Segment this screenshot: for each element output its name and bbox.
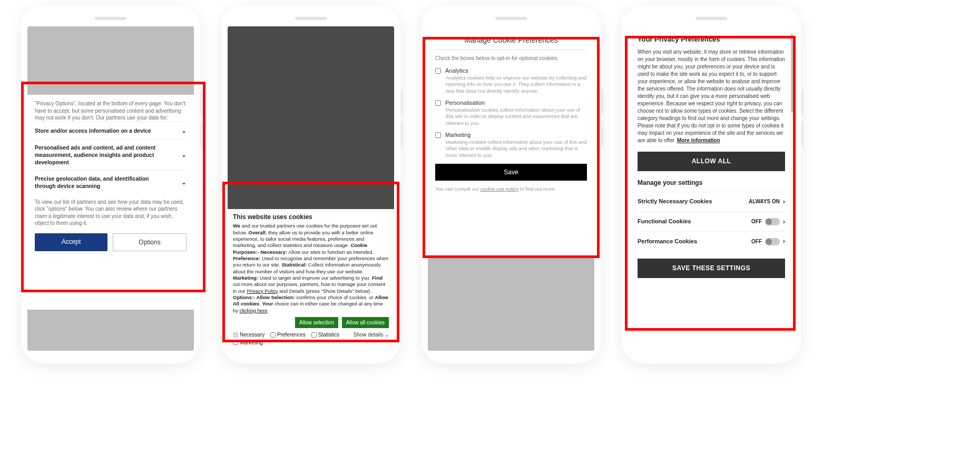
setting-state: OFF [751,238,762,245]
purpose-label: Precise geolocation data, and identifica… [35,175,168,190]
phone-mockup-2: This website uses cookies We and our tru… [221,5,400,363]
options-button[interactable]: Options [113,233,187,251]
setting-label: Performance Cookies [638,238,697,245]
cookie-dialog: "Privacy Options", located at the bottom… [27,95,194,310]
purpose-row[interactable]: Store and/or access information on a dev… [35,122,187,139]
setting-row-performance[interactable]: Performance Cookies OFF› [638,231,785,251]
allow-all-button[interactable]: ALLOW ALL [638,152,785,171]
chevron-right-icon: › [783,197,785,206]
phone-mockup-4: Your Privacy Preferences When you visit … [622,5,801,363]
marketing-checkbox[interactable] [435,132,441,138]
more-info-link[interactable]: More information [677,137,720,143]
category-name: Personalisation [445,100,485,106]
privacy-preferences-panel: Your Privacy Preferences When you visit … [628,26,795,351]
cookie-preferences-panel: Manage Cookie Preferences Check the boxe… [428,26,594,256]
setting-row-strictly-necessary[interactable]: Strictly Necessary Cookies ALWAYS ON› [638,192,785,212]
scrollbar[interactable] [791,34,793,113]
allow-all-button[interactable]: Allow all cookies [342,317,389,328]
chevron-down-icon: ⌄ [181,151,187,159]
save-button[interactable]: Save [435,164,587,181]
panel-title: Your Privacy Preferences [638,35,785,44]
purpose-label: Store and/or access information on a dev… [35,127,151,134]
setting-state: ALWAYS ON [749,198,780,205]
analytics-checkbox[interactable] [435,68,441,74]
category-name: Analytics [445,67,468,74]
toggle-switch[interactable] [765,238,780,245]
allow-selection-button[interactable]: Allow selection [295,317,338,328]
accept-button[interactable]: Accept [35,233,107,251]
category-desc: Marketing cookies collect information ab… [446,139,587,159]
setting-row-functional[interactable]: Functional Cookies OFF› [638,212,785,232]
purpose-row[interactable]: Precise geolocation data, and identifica… [35,170,187,194]
footer-text: To view our list of partners and see how… [35,199,187,227]
chevron-down-icon: ⌄ [385,332,389,338]
phone-mockup-3: Manage Cookie Preferences Check the boxe… [422,5,601,363]
footer-text: You can consult our cookie use policy to… [435,186,587,192]
necessary-checkbox[interactable]: Necessary [233,331,264,338]
category-name: Marketing [445,132,471,138]
chevron-down-icon: ⌄ [181,126,187,135]
cookie-policy-link[interactable]: cookie use policy [481,186,518,192]
banner-body: We and our trusted partners use cookies … [233,223,389,314]
manage-settings-heading: Manage your settings [638,179,785,187]
setting-state: OFF [751,218,762,225]
category-desc: Analytics cookies help us improve our we… [446,75,587,94]
intro-text: Check the boxes below to opt-in for opti… [435,55,587,61]
intro-text: "Privacy Options", located at the bottom… [35,100,187,122]
cookie-banner: This website uses cookies We and our tru… [228,209,394,351]
personalisation-checkbox[interactable] [435,100,441,106]
purpose-row[interactable]: Personalised ads and content, ad and con… [35,139,187,171]
chevron-right-icon: › [783,217,785,226]
chevron-right-icon: › [783,237,785,246]
toggle-switch[interactable] [765,218,780,225]
banner-title: This website uses cookies [233,213,389,222]
setting-label: Strictly Necessary Cookies [638,197,712,205]
panel-body: When you visit any website, it may store… [638,48,785,144]
show-details-link[interactable]: Show details ⌄ [354,331,389,338]
category-desc: Personalisation cookies collect informat… [446,107,587,126]
chevron-down-icon: ⌄ [181,178,187,186]
panel-title: Manage Cookie Preferences [435,34,587,50]
setting-label: Functional Cookies [638,217,691,225]
preferences-checkbox[interactable]: Preferences [270,331,306,338]
clicking-here-link[interactable]: clicking here [240,308,268,313]
privacy-policy-link[interactable]: Privacy Policy [247,288,278,294]
purpose-label: Personalised ads and content, ad and con… [35,144,168,166]
marketing-checkbox[interactable]: Marketing [233,339,263,346]
phone-mockup-1: "Privacy Options", located at the bottom… [21,5,200,363]
save-settings-button[interactable]: SAVE THESE SETTINGS [638,259,785,278]
statistics-checkbox[interactable]: Statistics [311,331,339,338]
